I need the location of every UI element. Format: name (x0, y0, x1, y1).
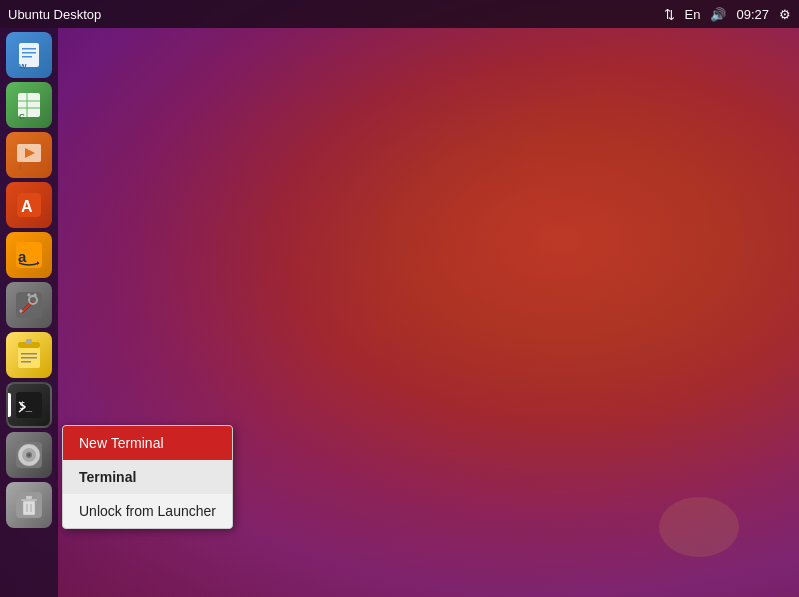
svg-point-33 (28, 454, 31, 457)
launcher-icon-ubuntu-software[interactable]: A (6, 182, 52, 228)
context-menu-unlock-launcher[interactable]: Unlock from Launcher (63, 494, 232, 528)
svg-rect-26 (26, 339, 32, 344)
svg-rect-37 (26, 496, 32, 499)
context-menu-terminal-label: Terminal (63, 460, 232, 494)
svg-rect-1 (22, 48, 36, 50)
launcher-icon-dvd[interactable] (6, 432, 52, 478)
launcher-icon-libreoffice-calc[interactable]: C (6, 82, 52, 128)
svg-rect-2 (22, 52, 36, 54)
svg-rect-23 (21, 353, 37, 355)
topbar: Ubuntu Desktop ⇅ En 🔊 09:27 ⚙ (0, 0, 799, 28)
settings-icon[interactable]: ⚙ (779, 7, 791, 22)
desktop: Ubuntu Desktop ⇅ En 🔊 09:27 ⚙ W (0, 0, 799, 597)
svg-rect-24 (21, 357, 37, 359)
svg-rect-36 (21, 499, 37, 501)
language-indicator[interactable]: En (685, 7, 701, 22)
svg-rect-3 (22, 56, 32, 58)
svg-text:C: C (19, 112, 25, 121)
context-menu: New Terminal Terminal Unlock from Launch… (62, 425, 233, 529)
svg-text:W: W (19, 62, 27, 71)
topbar-right: ⇅ En 🔊 09:27 ⚙ (664, 7, 791, 22)
clock: 09:27 (736, 7, 769, 22)
desktop-decoration (659, 497, 739, 557)
sound-icon[interactable]: 🔊 (710, 7, 726, 22)
svg-rect-35 (23, 501, 35, 515)
launcher-icon-libreoffice-impress[interactable]: I (6, 132, 52, 178)
context-menu-new-terminal[interactable]: New Terminal (63, 426, 232, 460)
launcher-icon-notes[interactable] (6, 332, 52, 378)
launcher-icon-system-config[interactable] (6, 282, 52, 328)
topbar-title: Ubuntu Desktop (8, 7, 101, 22)
launcher-icon-libreoffice-writer[interactable]: W (6, 32, 52, 78)
svg-rect-25 (21, 361, 31, 363)
launcher-icon-amazon[interactable]: a (6, 232, 52, 278)
launcher: W C I A (0, 28, 58, 597)
launcher-icon-terminal[interactable]: $_ (6, 382, 52, 428)
svg-text:A: A (21, 198, 33, 215)
svg-text:I: I (19, 162, 21, 171)
launcher-icon-trash[interactable] (6, 482, 52, 528)
keyboard-icon[interactable]: ⇅ (664, 7, 675, 22)
